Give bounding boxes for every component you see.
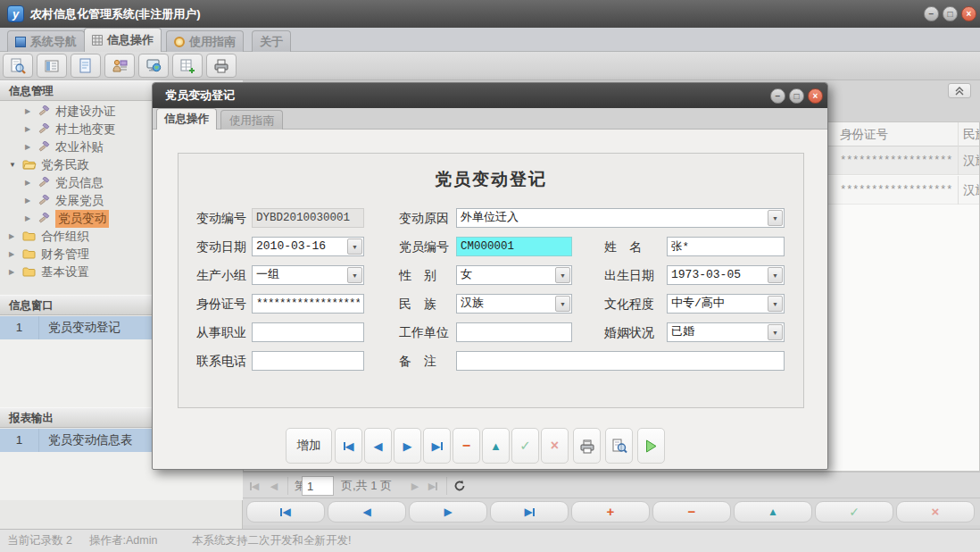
work-unit-input[interactable]	[456, 322, 572, 342]
pager-next-button[interactable]: ▶	[407, 477, 423, 495]
ethnicity-select[interactable]: 汉族 ▼	[456, 294, 572, 314]
education-label: 文化程度	[604, 294, 665, 314]
printer-button[interactable]	[206, 54, 237, 78]
tool-icon	[38, 123, 50, 135]
nav-remove-button[interactable]: −	[652, 501, 731, 523]
gender-select[interactable]: 女 ▼	[456, 265, 572, 285]
nav-up-button[interactable]: ▲	[734, 501, 812, 523]
dropdown-arrow-icon[interactable]: ▼	[768, 324, 783, 340]
dialog-tab-info-operation[interactable]: 信息操作	[156, 108, 217, 130]
chevron-right-icon[interactable]: ▶	[9, 246, 14, 263]
tool-icon	[38, 195, 50, 206]
dropdown-arrow-icon[interactable]: ▼	[768, 267, 783, 283]
chevron-right-icon[interactable]: ▶	[9, 263, 14, 281]
record-up-button[interactable]: ▲	[482, 428, 510, 464]
occupation-input[interactable]	[252, 322, 364, 342]
tree-item-label: 财务管理	[41, 246, 89, 263]
dialog-minimize-button[interactable]: −	[770, 88, 785, 104]
add-record-button[interactable]: 增加	[286, 428, 332, 464]
dialog-close-button[interactable]: ×	[808, 88, 823, 104]
record-next-button[interactable]: ▶	[394, 428, 421, 464]
close-button[interactable]: ×	[961, 6, 976, 21]
record-last-button[interactable]: ▶	[423, 428, 451, 464]
nav-prev-button[interactable]: ◀	[328, 501, 406, 523]
dropdown-arrow-icon[interactable]: ▼	[555, 267, 570, 283]
run-button[interactable]	[637, 428, 665, 464]
nav-next-button[interactable]: ▶	[409, 501, 487, 523]
chevron-right-icon[interactable]: ▶	[25, 210, 30, 228]
marital-status-select[interactable]: 已婚 ▼	[667, 322, 785, 342]
search-document-button[interactable]	[3, 54, 33, 78]
education-select[interactable]: 中专/高中 ▼	[667, 294, 785, 314]
chevron-right-icon[interactable]: ▶	[25, 121, 30, 138]
dialog-toolbar: 增加 ◀ ◀ ▶ ▶ − ▲ ✓ ×	[153, 428, 827, 464]
dropdown-arrow-icon[interactable]: ▼	[555, 296, 570, 312]
document-button[interactable]	[71, 54, 101, 78]
table-add-button[interactable]	[172, 54, 203, 78]
main-tabbar: 系统导航 信息操作 使用指南 关于	[0, 28, 980, 52]
refresh-button[interactable]	[452, 477, 468, 495]
dialog-tab-user-guide[interactable]: 使用指南	[220, 110, 283, 130]
dropdown-arrow-icon[interactable]: ▼	[347, 238, 362, 255]
phone-input[interactable]	[252, 351, 364, 371]
dialog-titlebar[interactable]: 党员变动登记	[153, 83, 827, 108]
tab-info-operation[interactable]: 信息操作	[84, 28, 162, 52]
work-unit-label: 工作单位	[399, 322, 460, 342]
print-button[interactable]	[573, 428, 601, 464]
nav-cancel-button[interactable]: ×	[896, 501, 975, 523]
tab-system-nav[interactable]: 系统导航	[7, 30, 85, 52]
chevron-right-icon[interactable]: ▶	[25, 174, 30, 192]
id-number-input[interactable]	[252, 294, 364, 314]
nav-last-button[interactable]: ▶	[490, 501, 569, 523]
occupation-label: 从事职业	[196, 322, 257, 342]
group-select[interactable]: 一组 ▼	[252, 265, 364, 285]
record-first-button[interactable]: ◀	[335, 428, 362, 464]
monitor-globe-button[interactable]	[138, 54, 169, 78]
pager-last-button[interactable]: ▶	[425, 477, 441, 495]
change-date-select[interactable]: 2010-03-16 ▼	[252, 237, 364, 256]
dropdown-arrow-icon[interactable]: ▼	[768, 210, 783, 226]
app-logo: y	[7, 5, 24, 22]
remarks-input[interactable]	[456, 351, 785, 371]
nav-confirm-button[interactable]: ✓	[815, 501, 893, 523]
name-input[interactable]	[667, 237, 785, 256]
record-confirm-button[interactable]: ✓	[511, 428, 539, 464]
record-delete-button[interactable]: −	[453, 428, 480, 464]
group-value: 一组	[256, 266, 279, 284]
collapse-panel-button[interactable]	[948, 83, 971, 98]
record-count-status: 当前记录数 2	[7, 530, 72, 552]
tool-icon	[38, 177, 50, 188]
record-prev-button[interactable]: ◀	[364, 428, 392, 464]
column-header-ethnicity[interactable]: 民族	[958, 122, 980, 146]
birth-date-label: 出生日期	[604, 265, 665, 285]
minimize-button[interactable]: −	[924, 6, 939, 21]
record-cancel-button[interactable]: ×	[541, 428, 569, 464]
pager-first-button[interactable]: ◀	[246, 477, 262, 495]
user-tasks-button[interactable]	[104, 54, 135, 78]
chevron-down-icon[interactable]: ▼	[9, 156, 16, 174]
chevron-right-icon[interactable]: ▶	[25, 138, 30, 156]
row-number: 1	[0, 316, 39, 339]
chevron-right-icon[interactable]: ▶	[9, 228, 14, 246]
nav-first-button[interactable]: ◀	[246, 501, 325, 523]
print-preview-button[interactable]	[605, 428, 633, 464]
tab-user-guide[interactable]: 使用指南	[166, 30, 244, 52]
card-list-button[interactable]	[37, 54, 67, 78]
column-header-id-number[interactable]: 身份证号	[835, 122, 958, 146]
dropdown-arrow-icon[interactable]: ▼	[768, 296, 783, 312]
chevron-right-icon[interactable]: ▶	[25, 103, 30, 121]
member-no-input[interactable]	[456, 237, 572, 256]
change-no-field: DYBD2010030001	[252, 208, 364, 228]
reason-select[interactable]: 外单位迁入 ▼	[456, 208, 785, 228]
page-number-input[interactable]	[302, 476, 334, 496]
change-date-label: 变动日期	[196, 237, 257, 256]
pager-prev-button[interactable]: ◀	[266, 477, 282, 495]
nav-add-button[interactable]: +	[571, 501, 650, 523]
tab-about[interactable]: 关于	[252, 30, 291, 52]
birth-date-select[interactable]: 1973-03-05 ▼	[667, 265, 785, 285]
dialog-maximize-button[interactable]: □	[789, 88, 804, 104]
dropdown-arrow-icon[interactable]: ▼	[347, 267, 362, 283]
maximize-button[interactable]: □	[943, 6, 958, 21]
search-document-icon	[9, 57, 27, 75]
chevron-right-icon[interactable]: ▶	[25, 192, 30, 210]
